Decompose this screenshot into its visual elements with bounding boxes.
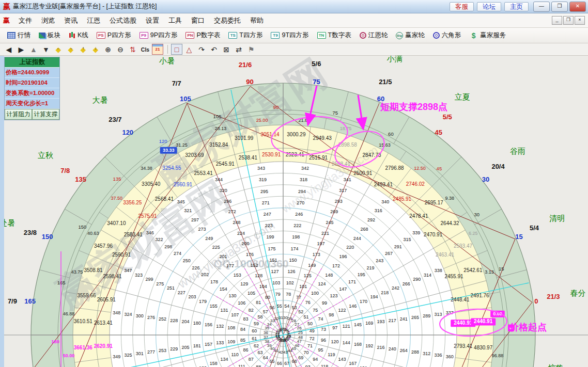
calc-resistance-button[interactable]: 计算阻力 <box>5 109 32 120</box>
flag-icon[interactable]: ⚑ <box>245 44 257 55</box>
badge-icon: TN <box>317 32 326 39</box>
spiral-number: 244 <box>353 236 361 241</box>
percent-cell: 40.63 <box>87 231 99 236</box>
maximize-button[interactable]: ❐ <box>551 2 568 12</box>
percent-cell: 43.75 <box>71 269 83 275</box>
spiral-number: 181 <box>193 343 201 348</box>
diamond-left-icon[interactable]: ◆← <box>53 44 64 55</box>
quick-button-2[interactable]: 主页 <box>504 2 529 11</box>
diamond-right-icon[interactable]: ◆→ <box>65 44 76 55</box>
spiral-number: 144 <box>343 340 350 345</box>
updown-icon[interactable]: ⇅ <box>127 44 138 55</box>
toolbar-button-行情[interactable]: 行情 <box>3 29 35 42</box>
diamond-down-icon[interactable]: ◆↓ <box>90 44 101 55</box>
swap-icon[interactable]: ⇄ <box>233 44 244 55</box>
menu-item-5[interactable]: 设置 <box>141 14 164 27</box>
menu-item-3[interactable]: 江恩 <box>82 14 105 27</box>
spiral-number: 243 <box>376 258 383 263</box>
badge-icon: PS <box>97 32 105 39</box>
spiral-number: 277 <box>147 349 155 355</box>
degree-cell: 105 <box>213 114 222 119</box>
menu-item-0[interactable]: 文件 <box>14 14 37 27</box>
toolbar-label: 江恩轮 <box>368 31 388 40</box>
menu-item-9[interactable]: 帮助 <box>245 14 268 27</box>
toolbar-button-9T四方形[interactable]: T99T四方形 <box>267 29 313 42</box>
spiral-number: 180 <box>193 321 201 326</box>
pyramid-down-icon[interactable]: ▼ <box>40 44 52 55</box>
spiral-number: 192 <box>365 343 373 348</box>
spiral-number: 48 <box>298 335 303 340</box>
triangle-tool-icon[interactable]: △ <box>183 44 195 55</box>
toolbar-button-K线[interactable]: K线 <box>65 29 92 42</box>
kline-icon <box>69 32 75 39</box>
spiral-number: 200 <box>242 241 250 246</box>
spiral-number: 94 <box>313 357 318 362</box>
menu-item-6[interactable]: 工具 <box>164 14 187 27</box>
spiral-number: 96 <box>321 338 326 343</box>
diamond-up-icon[interactable]: ◆↑ <box>78 44 89 55</box>
spiral-number: 312 <box>423 351 430 356</box>
spiral-number: 273 <box>198 227 206 232</box>
toolbar-button-T四方形[interactable]: TST四方形 <box>224 29 267 42</box>
child-restore-button[interactable]: ❐ <box>563 16 574 25</box>
spiral-number: 319 <box>259 177 267 182</box>
child-close-button[interactable]: × <box>575 16 585 25</box>
menu-item-7[interactable]: 窗口 <box>187 14 209 27</box>
rotate-cw-icon[interactable]: ↷ <box>196 44 207 55</box>
solar-date-label: 21/5 <box>379 78 392 86</box>
spiral-number: 155 <box>210 304 218 309</box>
percent-cell: 50.00 <box>63 353 75 358</box>
prev-arrow-icon[interactable]: ◀ <box>3 44 14 55</box>
toolbar-button-板块[interactable]: 板块 <box>35 29 65 42</box>
cls-button[interactable]: Cls <box>140 44 151 55</box>
spiral-number: 118 <box>321 364 328 367</box>
toolbar-button-P数字表[interactable]: PNP数字表 <box>181 29 224 42</box>
toolbar-button-赢家轮[interactable]: Big赢家轮 <box>392 29 429 42</box>
next-arrow-icon[interactable]: ▶ <box>16 44 27 55</box>
spiral-number: 174 <box>290 246 298 251</box>
box-x-icon[interactable]: ⊠ <box>221 44 232 55</box>
spiral-number: 49 <box>310 328 315 333</box>
zoom-in-icon[interactable]: ⊕ <box>102 44 114 55</box>
spiral-number: 119 <box>328 352 335 357</box>
toolbar-label: 赢家服务 <box>480 31 506 40</box>
wheel-icon <box>360 32 366 39</box>
close-button[interactable]: ✕ <box>569 2 586 12</box>
spiral-number: 55 <box>277 304 282 309</box>
toolbar-button-赢家服务[interactable]: $赢家服务 <box>465 29 510 42</box>
spiral-number: 120 <box>331 339 339 344</box>
degree-cell: 60 <box>388 131 394 137</box>
gann-wheel-canvas[interactable]: 赢家财富网赢家财富网www.yingjia360.comwww.yingjia3… <box>4 56 588 367</box>
spiral-number: 108 <box>227 325 235 330</box>
menu-item-8[interactable]: 交易委托 <box>209 14 245 27</box>
toolbar-button-T数字表[interactable]: TNT数字表 <box>313 29 355 42</box>
zoom-out-icon[interactable]: ⊖ <box>115 44 126 55</box>
quick-button-1[interactable]: 论坛 <box>477 2 501 11</box>
solar-term-label: 清明 <box>549 214 565 222</box>
spiral-number: 110 <box>231 352 239 357</box>
menu-item-4[interactable]: 公式选股 <box>105 14 141 27</box>
spiral-number: 83 <box>243 316 248 322</box>
calc-support-button[interactable]: 计算支撑 <box>32 109 59 120</box>
spiral-number: 317 <box>339 188 347 193</box>
quick-button-0[interactable]: 客服 <box>450 2 474 11</box>
price-cell-inner: 2463.41 <box>436 252 455 258</box>
toolbar-button-江恩轮[interactable]: 江恩轮 <box>355 29 392 42</box>
chart-area[interactable]: 赢家财富网赢家财富网www.yingjia360.comwww.yingjia3… <box>4 56 588 367</box>
square-tool-icon[interactable]: □ <box>171 44 182 55</box>
percent-cell: 31.25 <box>176 142 188 148</box>
price-cell-outer: 3407.10 <box>107 220 126 226</box>
toolbar-button-P四方形[interactable]: PSP四方形 <box>92 29 135 42</box>
pyramid-up-icon[interactable]: ▲ <box>28 44 39 55</box>
menu-item-1[interactable]: 浏览 <box>37 14 59 27</box>
rotate-ccw-icon[interactable]: ↶ <box>208 44 220 55</box>
toolbar-button-六角形[interactable]: 六角形 <box>429 29 466 42</box>
spiral-number: 76 <box>305 300 311 305</box>
menu-item-2[interactable]: 资讯 <box>59 14 82 27</box>
minimize-button[interactable]: — <box>533 2 550 12</box>
calendar-icon[interactable]: 21 <box>152 44 163 55</box>
app-logo-icon: 赢 <box>3 2 10 11</box>
toolbar-button-9P四方形[interactable]: P99P四方形 <box>135 29 182 42</box>
child-minimize-button[interactable]: _ <box>552 16 562 25</box>
spiral-number: 253 <box>159 348 166 353</box>
